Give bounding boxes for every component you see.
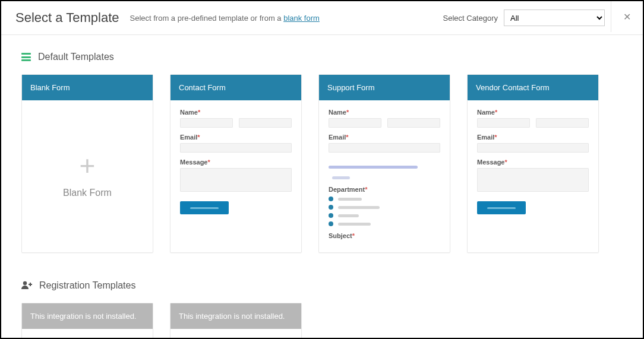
field-label-name: Name* <box>329 109 440 116</box>
field-label-department: Department* <box>329 186 440 193</box>
textarea-preview <box>180 168 292 192</box>
plus-icon: + <box>80 152 96 179</box>
registration-templates-grid: This integration is not installed. Name*… <box>21 303 623 339</box>
close-icon: ✕ <box>623 11 631 23</box>
card-title: Vendor Contact Form <box>468 75 598 100</box>
radio-preview <box>329 197 440 201</box>
card-body: Name* <box>171 329 301 339</box>
radio-preview <box>329 221 440 226</box>
dialog-header: Select a Template Select from a pre-defi… <box>1 1 643 35</box>
user-add-icon <box>21 281 32 291</box>
subtitle-text: Select from a pre-defined template or fr… <box>130 14 283 23</box>
card-title-disabled: This integration is not installed. <box>171 303 301 329</box>
template-card-vendor[interactable]: Vendor Contact Form Name* Email* Message… <box>467 74 599 253</box>
input-preview <box>180 143 292 153</box>
field-label-subject: Subject* <box>329 232 440 239</box>
header-controls: Select Category All <box>443 9 629 26</box>
list-icon <box>21 53 31 61</box>
input-preview <box>329 118 381 128</box>
category-label: Select Category <box>443 14 498 23</box>
blank-form-label: Blank Form <box>63 188 112 198</box>
input-preview <box>536 118 589 128</box>
card-body: Name* Email* Department* Subject* <box>319 100 450 252</box>
field-label-message: Message* <box>477 159 589 166</box>
category-select[interactable]: All <box>504 9 605 26</box>
close-button[interactable]: ✕ <box>611 1 643 32</box>
section-header-registration: Registration Templates <box>21 280 623 291</box>
svg-rect-2 <box>30 283 31 286</box>
content-scroll[interactable]: Default Templates Blank Form + Blank For… <box>1 35 643 339</box>
template-card-registration[interactable]: This integration is not installed. Name* <box>21 303 153 339</box>
page-title: Select a Template <box>15 10 119 26</box>
input-preview <box>477 118 530 128</box>
skeleton-row <box>329 159 440 180</box>
card-body: Name* Email* Message* <box>171 100 301 252</box>
page-subtitle: Select from a pre-defined template or fr… <box>130 14 319 23</box>
radio-preview <box>329 213 440 218</box>
section-title-default: Default Templates <box>38 52 114 62</box>
input-preview <box>180 118 233 128</box>
template-card-blank[interactable]: Blank Form + Blank Form <box>21 74 153 253</box>
blank-form-link[interactable]: blank form <box>283 14 320 23</box>
name-row <box>180 118 292 128</box>
field-label-name: Name* <box>477 109 589 116</box>
input-preview <box>477 143 589 153</box>
default-templates-grid: Blank Form + Blank Form Contact Form Nam… <box>21 74 623 253</box>
card-body: Name* Email* Message* <box>468 100 598 252</box>
template-card-registration[interactable]: This integration is not installed. Name* <box>170 303 302 339</box>
card-body: Name* <box>22 329 153 339</box>
card-title-disabled: This integration is not installed. <box>22 303 153 329</box>
name-row <box>329 118 440 128</box>
input-preview <box>239 118 292 128</box>
submit-button-preview <box>477 201 526 214</box>
card-body: + Blank Form <box>22 100 153 252</box>
radio-preview <box>329 205 440 210</box>
card-title: Blank Form <box>22 75 153 100</box>
textarea-preview <box>477 168 589 192</box>
field-label-email: Email* <box>180 134 292 141</box>
name-row <box>477 118 589 128</box>
input-preview <box>329 143 440 153</box>
submit-button-preview <box>180 201 229 214</box>
input-preview <box>387 118 440 128</box>
section-title-registration: Registration Templates <box>39 280 135 291</box>
template-card-support[interactable]: Support Form Name* Email* Department* <box>318 74 450 253</box>
card-title: Support Form <box>319 75 450 100</box>
field-label-email: Email* <box>329 134 440 141</box>
template-card-contact[interactable]: Contact Form Name* Email* Message* <box>170 74 302 253</box>
field-label-name: Name* <box>180 109 292 116</box>
card-title: Contact Form <box>171 75 301 100</box>
field-label-message: Message* <box>180 159 292 166</box>
svg-point-0 <box>23 281 27 284</box>
section-header-default: Default Templates <box>21 52 623 62</box>
field-label-email: Email* <box>477 134 589 141</box>
